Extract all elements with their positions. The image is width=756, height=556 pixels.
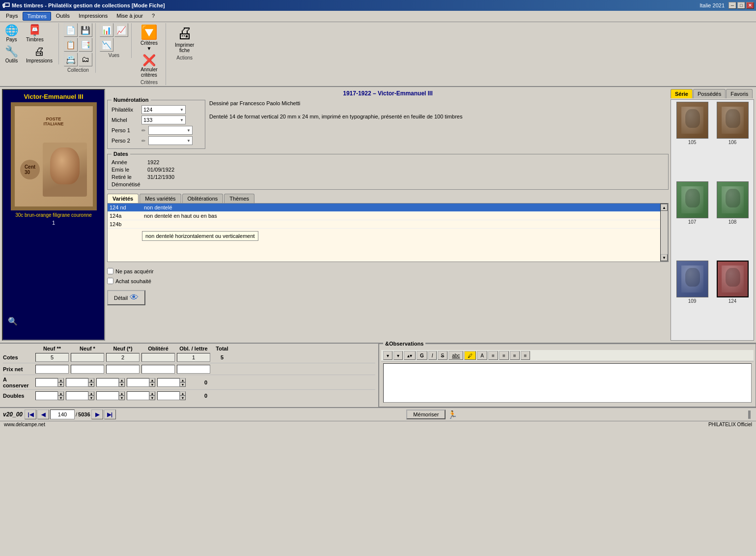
obs-bold[interactable]: G: [417, 351, 427, 360]
tab-mes-varietes[interactable]: Mes variétés: [140, 194, 181, 203]
prix-net-neuf0[interactable]: [106, 365, 140, 374]
menu-outils[interactable]: Outils: [52, 12, 74, 21]
nav-first-button[interactable]: |◀: [25, 410, 36, 419]
outils-button[interactable]: 🔧 Outils: [2, 44, 21, 64]
obs-font-adjust[interactable]: ▴▾: [404, 351, 416, 360]
tab-themes[interactable]: Thèmes: [224, 194, 254, 203]
thumb-124[interactable]: 124: [713, 261, 752, 338]
nav-next-button[interactable]: ▶: [91, 410, 103, 419]
criteres-button[interactable]: 🔽 Critères▼: [138, 23, 161, 52]
thumb-107[interactable]: 107: [673, 181, 711, 259]
vues-icon1-button[interactable]: 📊: [100, 23, 113, 37]
impressions-button[interactable]: 🖨 Impressions: [23, 44, 56, 64]
prix-net-neuf2[interactable]: [35, 365, 69, 374]
a-conserver-neuf2-input[interactable]: [35, 378, 58, 387]
a-conserver-obl-lettre-input[interactable]: [157, 378, 180, 387]
memoriser-button[interactable]: Mémoriser: [406, 410, 446, 419]
zoom-icon[interactable]: 🔍: [8, 317, 18, 326]
menu-impressions[interactable]: Impressions: [75, 12, 112, 21]
philatelix-dropdown-icon[interactable]: ▼: [180, 108, 184, 112]
doubles-neuf1-down[interactable]: ▼: [88, 396, 94, 400]
detail-button[interactable]: Détail 👁: [107, 290, 145, 305]
a-conserver-obl-lettre-up[interactable]: ▲: [180, 378, 186, 382]
thumb-109[interactable]: 109: [673, 261, 711, 338]
doubles-neuf2-input[interactable]: [35, 391, 58, 400]
scroll-down-button[interactable]: ▼: [661, 254, 668, 261]
nav-last-button[interactable]: ▶|: [104, 410, 116, 419]
variete-row-1[interactable]: 124a non dentelé en haut ou en bas: [108, 212, 668, 220]
a-conserver-obl-lettre-down[interactable]: ▼: [180, 382, 186, 387]
obs-underline[interactable]: abc: [448, 351, 463, 360]
doubles-oblitere-input[interactable]: [127, 391, 149, 400]
tab-possedes[interactable]: Possédés: [693, 89, 726, 98]
obs-font-family[interactable]: ▾: [383, 351, 392, 360]
philatelix-input[interactable]: 124 ▼: [141, 105, 186, 114]
imprimer-fiche-button[interactable]: 🖨 Imprimerfiche: [172, 23, 197, 54]
current-page-input[interactable]: [50, 410, 75, 419]
variete-row-selected[interactable]: 124 nd non dentelé: [108, 204, 668, 212]
a-conserver-oblitere-up[interactable]: ▲: [149, 378, 155, 382]
doubles-neuf0-down[interactable]: ▼: [119, 396, 125, 400]
scroll-up-button[interactable]: ▲: [661, 204, 668, 211]
collection-icon3-button[interactable]: 📋: [64, 38, 78, 52]
obs-align-justify[interactable]: ≡: [521, 351, 531, 360]
a-conserver-oblitere-input[interactable]: [127, 378, 149, 387]
prix-net-neuf1[interactable]: [71, 365, 104, 374]
collection-save-button[interactable]: 💾: [79, 23, 92, 37]
ne-pas-acquerir-checkbox[interactable]: [107, 268, 113, 274]
doubles-obl-lettre-up[interactable]: ▲: [180, 391, 186, 396]
a-conserver-neuf1-input[interactable]: [66, 378, 88, 387]
tab-favoris[interactable]: Favoris: [726, 89, 753, 98]
a-conserver-neuf2-up[interactable]: ▲: [58, 378, 64, 382]
menu-timbres[interactable]: Timbres: [23, 12, 51, 21]
a-conserver-neuf1-up[interactable]: ▲: [88, 378, 94, 382]
a-conserver-neuf1-down[interactable]: ▼: [88, 382, 94, 387]
collection-icon6-button[interactable]: 🗂: [79, 53, 92, 66]
perso2-dropdown-icon[interactable]: ▼: [187, 139, 191, 143]
perso1-edit-icon[interactable]: ✏: [141, 128, 145, 133]
tab-obliterations[interactable]: Oblitérations: [182, 194, 224, 203]
a-conserver-oblitere-down[interactable]: ▼: [149, 382, 155, 387]
michel-input[interactable]: 133 ▼: [141, 116, 186, 124]
doubles-neuf2-down[interactable]: ▼: [58, 396, 64, 400]
thumb-108[interactable]: 108: [713, 181, 752, 259]
doubles-obl-lettre-down[interactable]: ▼: [180, 396, 186, 400]
obs-font-size[interactable]: ▾: [393, 351, 403, 360]
minimize-button[interactable]: ─: [728, 2, 736, 9]
doubles-oblitere-down[interactable]: ▼: [149, 396, 155, 400]
obs-font-color[interactable]: A: [477, 351, 487, 360]
prix-net-obl-lettre[interactable]: [177, 365, 210, 374]
doubles-neuf1-up[interactable]: ▲: [88, 391, 94, 396]
varietes-scrollbar[interactable]: ▲ ▼: [660, 204, 668, 262]
annuler-criteres-button[interactable]: ❌ Annulercritères: [138, 53, 160, 79]
collection-icon5-button[interactable]: 📇: [64, 53, 78, 66]
perso1-dropdown-icon[interactable]: ▼: [187, 128, 191, 133]
obs-italic[interactable]: I: [428, 351, 437, 360]
a-conserver-neuf0-up[interactable]: ▲: [119, 378, 125, 382]
obs-align-right[interactable]: ≡: [510, 351, 520, 360]
doubles-neuf0-input[interactable]: [96, 391, 119, 400]
variete-row-2[interactable]: 124b non dentelé horizontalement ou vert…: [108, 220, 668, 229]
vues-icon2-button[interactable]: 📈: [114, 23, 128, 37]
doubles-obl-lettre-input[interactable]: [157, 391, 180, 400]
a-conserver-neuf0-input[interactable]: [96, 378, 119, 387]
obs-align-left[interactable]: ≡: [488, 351, 498, 360]
menu-pays[interactable]: Pays: [2, 12, 22, 21]
perso1-input[interactable]: ▼: [148, 126, 193, 135]
doubles-neuf0-up[interactable]: ▲: [119, 391, 125, 396]
achat-souhaite-checkbox[interactable]: [107, 278, 113, 284]
a-conserver-neuf2-down[interactable]: ▼: [58, 382, 64, 387]
michel-dropdown-icon[interactable]: ▼: [180, 118, 184, 122]
doubles-neuf2-up[interactable]: ▲: [58, 391, 64, 396]
tab-varietes[interactable]: Variétés: [107, 194, 139, 203]
thumb-105[interactable]: 105: [673, 102, 711, 179]
thumb-106[interactable]: 106: [713, 102, 752, 179]
a-conserver-neuf0-down[interactable]: ▼: [119, 382, 125, 387]
perso2-input[interactable]: ▼: [148, 136, 193, 145]
menu-help[interactable]: ?: [148, 12, 159, 21]
perso2-edit-icon[interactable]: ✏: [141, 138, 145, 144]
close-button[interactable]: ✕: [746, 2, 754, 9]
menu-mise-a-jour[interactable]: Mise à jour: [112, 12, 147, 21]
obs-highlight[interactable]: 🖊: [464, 351, 476, 360]
tab-serie[interactable]: Série: [671, 89, 693, 98]
